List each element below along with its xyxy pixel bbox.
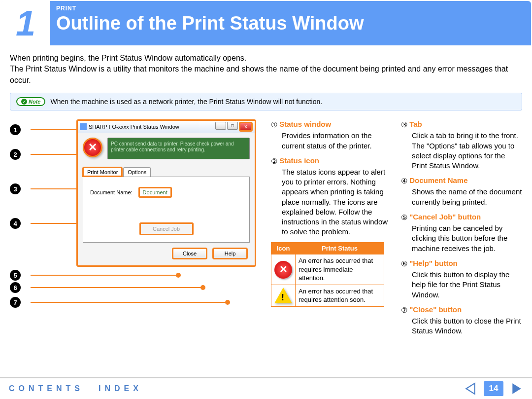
maximize-button[interactable]: □ [227, 122, 238, 130]
exp-title-4: Document Name [409, 176, 467, 184]
app-icon [80, 123, 87, 130]
page-number: 14 [484, 381, 503, 396]
contents-link[interactable]: CONTENTS [9, 384, 84, 393]
help-button[interactable]: Help [212, 248, 248, 259]
note-box: Note When the machine is used as a netwo… [10, 93, 522, 110]
page-title: Outline of the Print Status Window [56, 13, 525, 34]
note-text: When the machine is used as a network pr… [50, 98, 322, 106]
table-warning-icon [274, 288, 292, 303]
minimize-button[interactable]: _ [215, 122, 226, 130]
error-icon: ✕ [83, 138, 102, 157]
tab-options[interactable]: Options [123, 167, 151, 177]
th-icon: Icon [271, 242, 296, 254]
callout-3: 3 [10, 183, 21, 194]
diagram: 1 2 3 4 5 6 7 SHARP FO-xxxx Print Status… [10, 119, 261, 322]
exp-num-1: ① [271, 120, 277, 130]
exp-num-7: ⑦ [401, 305, 407, 315]
icon-table: IconPrint Status ✕An error has occurred … [271, 242, 384, 307]
svg-marker-0 [466, 383, 474, 394]
exp-title-5: "Cancel Job" button [409, 213, 481, 221]
table-error-icon: ✕ [274, 261, 292, 279]
exp-title-2: Status icon [279, 156, 319, 165]
prev-page-button[interactable] [464, 382, 477, 395]
note-badge: Note [16, 97, 45, 106]
callout-5: 5 [10, 270, 21, 281]
exp-num-2: ② [271, 156, 277, 166]
exp-title-3: Tab [409, 120, 422, 128]
th-status: Print Status [296, 242, 384, 254]
document-name-value: Document [138, 187, 172, 198]
window-title: SHARP FO-xxxx Print Status Window [89, 124, 179, 130]
status-message: PC cannot send data to printer. Please c… [107, 138, 250, 159]
callout-4: 4 [10, 218, 21, 229]
exp-num-3: ③ [401, 120, 407, 130]
page-footer: CONTENTS INDEX 14 [0, 377, 532, 399]
section-label: PRINT [56, 5, 525, 12]
exp-body-7: Click this button to close the Print Sta… [412, 316, 522, 336]
index-link[interactable]: INDEX [99, 384, 142, 393]
callout-7: 7 [10, 297, 21, 308]
window-close-button[interactable]: X [239, 122, 253, 132]
window-titlebar: SHARP FO-xxxx Print Status Window _ □ X [78, 121, 255, 133]
cancel-job-button[interactable]: Cancel Job [139, 222, 194, 235]
tab-print-monitor[interactable]: Print Monitor [83, 167, 122, 177]
table-row-2: An error has occurred that requires atte… [296, 285, 384, 306]
exp-body-1: Provides information on the current stat… [282, 131, 392, 151]
exp-body-6: Click this button to display the help fi… [412, 270, 522, 300]
callout-2: 2 [10, 149, 21, 160]
close-button[interactable]: Close [172, 248, 207, 259]
svg-marker-1 [512, 383, 521, 394]
page-header: 1 PRINT Outline of the Print Status Wind… [1, 1, 531, 45]
exp-num-4: ④ [401, 176, 407, 186]
callout-6: 6 [10, 282, 21, 293]
intro-line-2: The Print Status Window is a utility tha… [10, 65, 508, 84]
intro-text: When printing begins, the Print Status W… [10, 53, 522, 86]
document-name-label: Document Name: [90, 189, 133, 195]
exp-body-5: Printing can be canceled by clicking thi… [412, 223, 522, 254]
table-row-1: An error has occurred that requires imme… [296, 254, 384, 285]
exp-num-6: ⑥ [401, 259, 407, 269]
exp-title-1: Status window [279, 120, 331, 128]
intro-line-1: When printing begins, the Print Status W… [10, 54, 246, 62]
chapter-number: 1 [1, 1, 50, 45]
next-page-button[interactable] [510, 382, 523, 395]
exp-title-7: "Close" button [409, 305, 462, 314]
exp-num-5: ⑤ [401, 213, 407, 222]
print-status-window: SHARP FO-xxxx Print Status Window _ □ X … [76, 119, 256, 267]
exp-body-2: The status icons appear to alert you to … [282, 167, 392, 237]
callout-1: 1 [10, 124, 21, 135]
exp-title-6: "Help" button [409, 259, 458, 267]
exp-body-4: Shows the name of the document currently… [412, 187, 522, 207]
exp-body-3: Click a tab to bring it to the front. Th… [412, 131, 522, 171]
